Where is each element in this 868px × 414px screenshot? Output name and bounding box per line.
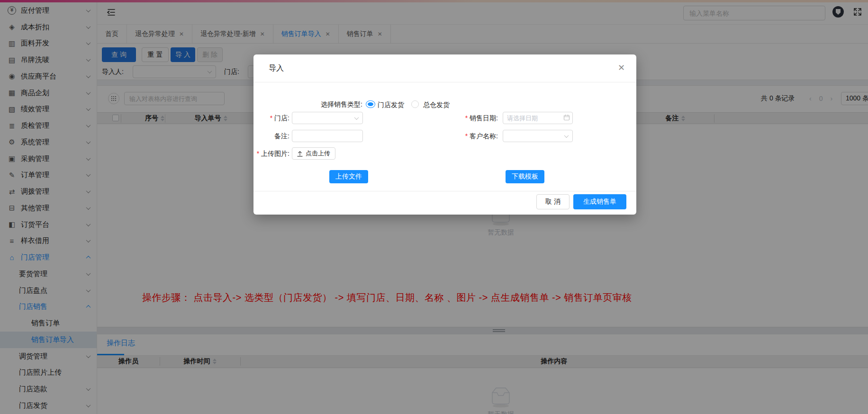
radio-warehouse-delivery-label[interactable]: 总仓发货 [423, 101, 450, 109]
calendar-icon[interactable] [563, 114, 570, 121]
modal-title: 导入 [269, 63, 284, 73]
remark-input[interactable] [292, 130, 363, 142]
customer-field-label: 客户名称: [434, 132, 498, 141]
radio-warehouse-delivery[interactable] [411, 100, 419, 108]
sale-date-input[interactable] [503, 112, 573, 124]
radio-store-delivery-label[interactable]: 门店发货 [378, 101, 404, 109]
upload-file-button[interactable]: 上传文件 [329, 170, 368, 183]
import-modal: 导入 ✕ 选择销售类型: 门店发货 总仓发货 门店: 销售日期: 备注: 客户名… [253, 54, 636, 215]
store-field-label: 门店: [253, 114, 289, 123]
click-upload-button[interactable]: 点击上传 [292, 147, 335, 160]
customer-select[interactable] [503, 130, 573, 142]
radio-store-delivery[interactable] [366, 100, 375, 108]
upload-image-label: 上传图片: [253, 150, 289, 158]
app-screen: ¥应付管理◈成本折扣▥面料开发▤吊牌洗唛◉供应商平台▦商品企划▧绩效管理≣质检管… [0, 0, 868, 414]
store-field-select[interactable] [292, 112, 363, 124]
modal-header-divider [253, 82, 636, 82]
sale-date-label: 销售日期: [434, 114, 498, 123]
cancel-button[interactable]: 取 消 [536, 194, 570, 209]
close-icon[interactable]: ✕ [618, 63, 625, 73]
generate-sales-order-button[interactable]: 生成销售单 [573, 194, 626, 209]
download-template-button[interactable]: 下载模板 [506, 170, 544, 183]
upload-icon [297, 151, 303, 157]
remark-field-label: 备注: [253, 132, 289, 141]
modal-footer-divider [253, 191, 636, 191]
sale-type-label: 选择销售类型: [253, 100, 362, 109]
